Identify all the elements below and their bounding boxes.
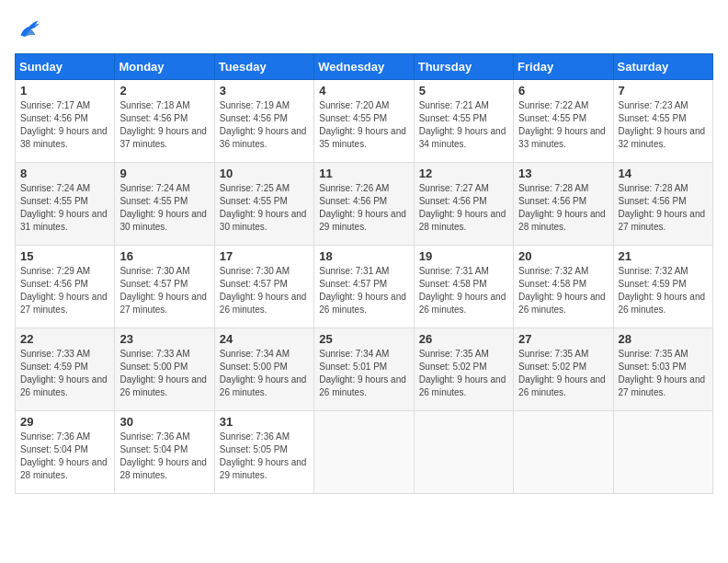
day-number: 29 — [20, 415, 109, 429]
day-number: 3 — [220, 84, 309, 98]
calendar-cell: 6 Sunrise: 7:22 AM Sunset: 4:55 PM Dayli… — [514, 80, 613, 163]
day-info: Sunrise: 7:35 AM Sunset: 5:02 PM Dayligh… — [419, 348, 508, 399]
day-number: 31 — [220, 415, 309, 429]
daylight-label: Daylight: 9 hours and 28 minutes. — [119, 457, 207, 480]
day-number: 25 — [319, 332, 408, 346]
daylight-label: Daylight: 9 hours and 30 minutes. — [220, 209, 307, 232]
sunset-label: Sunset: 4:56 PM — [20, 113, 88, 123]
day-info: Sunrise: 7:17 AM Sunset: 4:56 PM Dayligh… — [20, 99, 109, 151]
calendar-cell: 1 Sunrise: 7:17 AM Sunset: 4:56 PM Dayli… — [16, 80, 115, 163]
day-info: Sunrise: 7:34 AM Sunset: 5:01 PM Dayligh… — [319, 348, 408, 399]
sunrise-label: Sunrise: 7:28 AM — [619, 183, 688, 193]
day-info: Sunrise: 7:32 AM Sunset: 4:59 PM Dayligh… — [619, 265, 708, 316]
calendar-cell: 10 Sunrise: 7:25 AM Sunset: 4:55 PM Dayl… — [214, 163, 313, 246]
sunset-label: Sunset: 5:01 PM — [319, 362, 387, 372]
sunset-label: Sunset: 5:00 PM — [220, 362, 288, 372]
day-info: Sunrise: 7:33 AM Sunset: 5:00 PM Dayligh… — [119, 348, 209, 399]
sunset-label: Sunset: 4:56 PM — [518, 196, 586, 206]
sunrise-label: Sunrise: 7:30 AM — [119, 266, 189, 276]
day-number: 4 — [319, 84, 408, 98]
daylight-label: Daylight: 9 hours and 26 minutes. — [518, 374, 606, 397]
day-number: 27 — [518, 332, 608, 346]
calendar-cell: 4 Sunrise: 7:20 AM Sunset: 4:55 PM Dayli… — [314, 80, 414, 163]
daylight-label: Daylight: 9 hours and 26 minutes. — [319, 374, 406, 397]
calendar-cell: 13 Sunrise: 7:28 AM Sunset: 4:56 PM Dayl… — [514, 163, 613, 246]
day-info: Sunrise: 7:31 AM Sunset: 4:58 PM Dayligh… — [419, 265, 508, 316]
day-number: 28 — [619, 332, 708, 346]
sunrise-label: Sunrise: 7:31 AM — [419, 266, 489, 276]
calendar-cell: 24 Sunrise: 7:34 AM Sunset: 5:00 PM Dayl… — [214, 328, 313, 411]
calendar-cell: 11 Sunrise: 7:26 AM Sunset: 4:56 PM Dayl… — [314, 163, 414, 246]
week-row-5: 29 Sunrise: 7:36 AM Sunset: 5:04 PM Dayl… — [16, 411, 713, 494]
calendar-cell: 15 Sunrise: 7:29 AM Sunset: 4:56 PM Dayl… — [16, 246, 115, 328]
day-number: 7 — [619, 84, 708, 98]
calendar-cell: 30 Sunrise: 7:36 AM Sunset: 5:04 PM Dayl… — [115, 411, 214, 494]
calendar-cell: 29 Sunrise: 7:36 AM Sunset: 5:04 PM Dayl… — [16, 411, 115, 494]
weekday-wednesday: Wednesday — [314, 54, 414, 80]
calendar-cell — [514, 411, 613, 494]
day-info: Sunrise: 7:19 AM Sunset: 4:56 PM Dayligh… — [220, 99, 309, 151]
daylight-label: Daylight: 9 hours and 32 minutes. — [619, 126, 706, 149]
daylight-label: Daylight: 9 hours and 26 minutes. — [419, 292, 506, 315]
logo — [15, 15, 48, 44]
calendar-cell: 3 Sunrise: 7:19 AM Sunset: 4:56 PM Dayli… — [214, 80, 313, 163]
calendar-cell: 17 Sunrise: 7:30 AM Sunset: 4:57 PM Dayl… — [214, 246, 313, 328]
day-number: 21 — [619, 249, 708, 263]
sunrise-label: Sunrise: 7:28 AM — [518, 183, 588, 193]
calendar-cell: 26 Sunrise: 7:35 AM Sunset: 5:02 PM Dayl… — [414, 328, 513, 411]
day-number: 2 — [119, 84, 209, 98]
calendar-cell: 31 Sunrise: 7:36 AM Sunset: 5:05 PM Dayl… — [214, 411, 313, 494]
sunrise-label: Sunrise: 7:34 AM — [319, 349, 389, 359]
day-number: 8 — [20, 167, 109, 180]
calendar-cell: 14 Sunrise: 7:28 AM Sunset: 4:56 PM Dayl… — [613, 163, 712, 246]
day-info: Sunrise: 7:36 AM Sunset: 5:05 PM Dayligh… — [220, 431, 309, 482]
sunrise-label: Sunrise: 7:25 AM — [220, 183, 290, 193]
calendar-cell: 8 Sunrise: 7:24 AM Sunset: 4:55 PM Dayli… — [16, 163, 115, 246]
sunrise-label: Sunrise: 7:30 AM — [220, 266, 290, 276]
week-row-1: 1 Sunrise: 7:17 AM Sunset: 4:56 PM Dayli… — [16, 80, 713, 163]
sunset-label: Sunset: 4:58 PM — [518, 279, 586, 289]
weekday-header-row: SundayMondayTuesdayWednesdayThursdayFrid… — [16, 54, 713, 80]
day-number: 13 — [518, 167, 608, 180]
sunrise-label: Sunrise: 7:27 AM — [419, 183, 489, 193]
calendar-cell: 22 Sunrise: 7:33 AM Sunset: 4:59 PM Dayl… — [16, 328, 115, 411]
daylight-label: Daylight: 9 hours and 36 minutes. — [220, 126, 307, 149]
day-number: 18 — [319, 249, 408, 263]
day-number: 10 — [220, 167, 309, 180]
weekday-thursday: Thursday — [414, 54, 513, 80]
sunrise-label: Sunrise: 7:32 AM — [518, 266, 588, 276]
weekday-friday: Friday — [514, 54, 613, 80]
day-number: 1 — [20, 84, 109, 98]
day-info: Sunrise: 7:27 AM Sunset: 4:56 PM Dayligh… — [419, 182, 508, 234]
day-number: 9 — [119, 167, 209, 180]
daylight-label: Daylight: 9 hours and 26 minutes. — [20, 374, 108, 397]
sunrise-label: Sunrise: 7:35 AM — [419, 349, 489, 359]
daylight-label: Daylight: 9 hours and 28 minutes. — [419, 209, 506, 232]
daylight-label: Daylight: 9 hours and 26 minutes. — [518, 292, 606, 315]
day-info: Sunrise: 7:36 AM Sunset: 5:04 PM Dayligh… — [20, 431, 109, 482]
daylight-label: Daylight: 9 hours and 29 minutes. — [319, 209, 406, 232]
daylight-label: Daylight: 9 hours and 26 minutes. — [220, 292, 307, 315]
day-info: Sunrise: 7:24 AM Sunset: 4:55 PM Dayligh… — [119, 182, 209, 234]
day-info: Sunrise: 7:23 AM Sunset: 4:55 PM Dayligh… — [619, 99, 708, 151]
day-info: Sunrise: 7:31 AM Sunset: 4:57 PM Dayligh… — [319, 265, 408, 316]
day-number: 24 — [220, 332, 309, 346]
calendar-cell: 25 Sunrise: 7:34 AM Sunset: 5:01 PM Dayl… — [314, 328, 414, 411]
daylight-label: Daylight: 9 hours and 26 minutes. — [319, 292, 406, 315]
daylight-label: Daylight: 9 hours and 29 minutes. — [220, 457, 307, 480]
day-number: 16 — [119, 249, 209, 263]
sunrise-label: Sunrise: 7:36 AM — [220, 431, 290, 442]
day-info: Sunrise: 7:25 AM Sunset: 4:55 PM Dayligh… — [220, 182, 309, 234]
sunrise-label: Sunrise: 7:33 AM — [119, 349, 189, 359]
calendar-cell: 18 Sunrise: 7:31 AM Sunset: 4:57 PM Dayl… — [314, 246, 414, 328]
page-header — [15, 15, 713, 44]
calendar-cell — [414, 411, 513, 494]
daylight-label: Daylight: 9 hours and 33 minutes. — [518, 126, 606, 149]
sunrise-label: Sunrise: 7:35 AM — [619, 349, 688, 359]
day-number: 19 — [419, 249, 508, 263]
calendar-cell — [314, 411, 414, 494]
daylight-label: Daylight: 9 hours and 27 minutes. — [619, 374, 706, 397]
sunrise-label: Sunrise: 7:23 AM — [619, 100, 688, 110]
day-number: 20 — [518, 249, 608, 263]
sunrise-label: Sunrise: 7:36 AM — [119, 431, 189, 442]
